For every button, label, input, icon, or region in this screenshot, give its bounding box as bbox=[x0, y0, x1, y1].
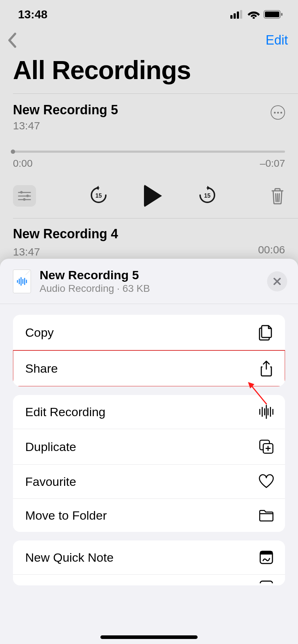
options-button[interactable] bbox=[13, 185, 36, 207]
svg-point-4 bbox=[253, 17, 255, 19]
svg-rect-3 bbox=[240, 10, 242, 19]
duplicate-button[interactable]: Duplicate bbox=[13, 429, 285, 465]
skip-forward-15-button[interactable]: 15 bbox=[198, 186, 217, 206]
status-icons bbox=[230, 10, 283, 19]
home-indicator bbox=[100, 635, 198, 639]
delete-button[interactable] bbox=[270, 187, 285, 204]
icon-placeholder bbox=[258, 579, 274, 585]
share-sheet: New Recording 5 Audio Recording · 63 KB … bbox=[0, 259, 298, 644]
playback-scrubber[interactable]: 0:00 –0:07 bbox=[13, 151, 285, 169]
wifi-icon bbox=[248, 10, 260, 19]
skip-back-15-button[interactable]: 15 bbox=[89, 186, 108, 206]
move-to-folder-button[interactable]: Move to Folder bbox=[13, 499, 285, 532]
share-icon bbox=[258, 360, 274, 377]
share-button[interactable]: Share bbox=[13, 350, 285, 386]
folder-icon bbox=[258, 508, 274, 523]
status-bar: 13:48 bbox=[0, 0, 298, 29]
svg-text:15: 15 bbox=[204, 193, 211, 199]
menu-label: New Quick Note bbox=[25, 551, 114, 565]
svg-line-14 bbox=[279, 194, 279, 202]
recording-title: New Recording 5 bbox=[13, 102, 118, 118]
sheet-title: New Recording 5 bbox=[40, 268, 267, 282]
recording-timestamp: 13:47 bbox=[13, 246, 40, 258]
menu-label: Share bbox=[25, 362, 58, 376]
svg-rect-2 bbox=[237, 12, 239, 19]
menu-label: Copy bbox=[25, 326, 54, 340]
edit-button[interactable]: Edit bbox=[266, 33, 288, 48]
svg-rect-30 bbox=[260, 551, 272, 555]
svg-marker-8 bbox=[96, 186, 99, 190]
sheet-header: New Recording 5 Audio Recording · 63 KB bbox=[0, 259, 298, 304]
sheet-subtitle: Audio Recording · 63 KB bbox=[40, 283, 267, 294]
menu-label: Favourite bbox=[25, 475, 76, 489]
svg-marker-10 bbox=[207, 186, 210, 190]
nav-bar: Edit bbox=[0, 29, 298, 52]
status-time: 13:48 bbox=[18, 8, 48, 21]
copy-icon bbox=[258, 324, 274, 341]
cellular-icon bbox=[230, 10, 244, 19]
recording-timestamp: 13:47 bbox=[13, 120, 118, 132]
page-title: All Recordings bbox=[0, 52, 298, 93]
menu-label: Duplicate bbox=[25, 440, 76, 454]
svg-text:15: 15 bbox=[95, 193, 102, 199]
favourite-button[interactable]: Favourite bbox=[13, 465, 285, 499]
remaining-time: –0:07 bbox=[260, 158, 285, 169]
svg-rect-0 bbox=[230, 15, 232, 19]
recording-title: New Recording 4 bbox=[13, 226, 285, 242]
svg-line-12 bbox=[276, 194, 276, 202]
menu-label: Move to Folder bbox=[25, 509, 107, 523]
waveform-icon bbox=[258, 404, 274, 419]
back-button[interactable] bbox=[7, 32, 18, 48]
quicknote-icon bbox=[258, 550, 274, 565]
play-button[interactable] bbox=[144, 184, 162, 207]
copy-button[interactable]: Copy bbox=[13, 315, 285, 350]
duplicate-icon bbox=[258, 438, 274, 455]
menu-group: Copy Share bbox=[13, 315, 285, 386]
svg-rect-6 bbox=[265, 12, 279, 17]
menu-group: Edit Recording Duplicate bbox=[13, 395, 285, 532]
elapsed-time: 0:00 bbox=[13, 158, 33, 169]
svg-rect-1 bbox=[234, 13, 236, 19]
menu-label: Edit Recording bbox=[25, 405, 105, 419]
svg-rect-7 bbox=[281, 13, 283, 16]
close-button[interactable] bbox=[267, 271, 287, 291]
recording-duration: 00:06 bbox=[258, 244, 285, 258]
placeholder-item[interactable] bbox=[13, 575, 285, 585]
menu-group: New Quick Note bbox=[13, 540, 285, 585]
recording-expanded: New Recording 5 13:47 0:00 –0:07 15 bbox=[0, 94, 298, 218]
edit-recording-button[interactable]: Edit Recording bbox=[13, 395, 285, 429]
audio-file-icon bbox=[13, 270, 31, 293]
battery-icon bbox=[263, 10, 283, 19]
heart-icon bbox=[258, 474, 274, 489]
more-button[interactable] bbox=[271, 105, 285, 120]
new-quick-note-button[interactable]: New Quick Note bbox=[13, 540, 285, 575]
